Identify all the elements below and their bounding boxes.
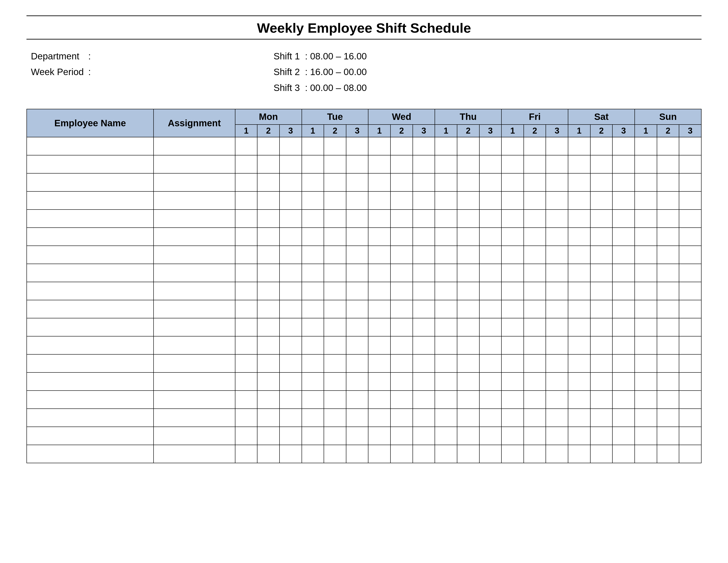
cell-shift[interactable] — [302, 282, 324, 300]
cell-shift[interactable] — [302, 427, 324, 445]
cell-shift[interactable] — [479, 391, 502, 409]
cell-shift[interactable] — [390, 137, 413, 155]
cell-shift[interactable] — [524, 373, 546, 391]
cell-shift[interactable] — [346, 409, 368, 427]
cell-shift[interactable] — [524, 246, 546, 264]
cell-shift[interactable] — [368, 427, 390, 445]
cell-shift[interactable] — [346, 264, 368, 282]
cell-shift[interactable] — [368, 391, 390, 409]
cell-employee-name[interactable] — [27, 354, 154, 373]
cell-shift[interactable] — [257, 300, 280, 318]
cell-shift[interactable] — [324, 445, 346, 463]
cell-shift[interactable] — [479, 409, 502, 427]
cell-shift[interactable] — [413, 155, 435, 173]
cell-shift[interactable] — [568, 246, 590, 264]
cell-shift[interactable] — [657, 373, 679, 391]
cell-shift[interactable] — [657, 391, 679, 409]
cell-assignment[interactable] — [154, 209, 235, 227]
cell-assignment[interactable] — [154, 427, 235, 445]
cell-shift[interactable] — [679, 354, 701, 373]
cell-shift[interactable] — [235, 246, 257, 264]
cell-shift[interactable] — [257, 264, 280, 282]
cell-shift[interactable] — [679, 336, 701, 354]
cell-shift[interactable] — [679, 282, 701, 300]
cell-shift[interactable] — [324, 336, 346, 354]
cell-shift[interactable] — [501, 246, 524, 264]
cell-shift[interactable] — [257, 137, 280, 155]
cell-shift[interactable] — [657, 354, 679, 373]
cell-shift[interactable] — [546, 336, 568, 354]
cell-shift[interactable] — [235, 318, 257, 336]
cell-shift[interactable] — [235, 264, 257, 282]
cell-shift[interactable] — [457, 300, 479, 318]
cell-shift[interactable] — [235, 137, 257, 155]
cell-shift[interactable] — [612, 373, 635, 391]
cell-shift[interactable] — [280, 445, 302, 463]
cell-shift[interactable] — [324, 427, 346, 445]
cell-shift[interactable] — [368, 137, 390, 155]
cell-employee-name[interactable] — [27, 209, 154, 227]
cell-shift[interactable] — [280, 354, 302, 373]
cell-shift[interactable] — [501, 318, 524, 336]
cell-shift[interactable] — [612, 354, 635, 373]
cell-shift[interactable] — [479, 354, 502, 373]
cell-shift[interactable] — [280, 246, 302, 264]
cell-shift[interactable] — [302, 336, 324, 354]
cell-assignment[interactable] — [154, 137, 235, 155]
cell-shift[interactable] — [657, 246, 679, 264]
cell-shift[interactable] — [368, 264, 390, 282]
cell-assignment[interactable] — [154, 318, 235, 336]
cell-shift[interactable] — [435, 264, 457, 282]
cell-shift[interactable] — [280, 391, 302, 409]
cell-shift[interactable] — [390, 445, 413, 463]
cell-shift[interactable] — [590, 373, 613, 391]
cell-shift[interactable] — [612, 264, 635, 282]
cell-shift[interactable] — [568, 227, 590, 246]
cell-shift[interactable] — [568, 300, 590, 318]
cell-shift[interactable] — [435, 427, 457, 445]
cell-shift[interactable] — [590, 282, 613, 300]
cell-shift[interactable] — [435, 227, 457, 246]
cell-shift[interactable] — [346, 354, 368, 373]
cell-shift[interactable] — [679, 318, 701, 336]
cell-shift[interactable] — [390, 391, 413, 409]
cell-shift[interactable] — [679, 300, 701, 318]
cell-shift[interactable] — [546, 137, 568, 155]
cell-employee-name[interactable] — [27, 336, 154, 354]
cell-shift[interactable] — [413, 391, 435, 409]
cell-assignment[interactable] — [154, 391, 235, 409]
cell-shift[interactable] — [612, 209, 635, 227]
cell-shift[interactable] — [501, 227, 524, 246]
cell-shift[interactable] — [413, 318, 435, 336]
cell-shift[interactable] — [679, 264, 701, 282]
cell-shift[interactable] — [635, 227, 657, 246]
cell-assignment[interactable] — [154, 409, 235, 427]
cell-shift[interactable] — [635, 318, 657, 336]
cell-shift[interactable] — [501, 427, 524, 445]
cell-shift[interactable] — [501, 300, 524, 318]
cell-shift[interactable] — [568, 155, 590, 173]
cell-shift[interactable] — [546, 300, 568, 318]
cell-shift[interactable] — [435, 354, 457, 373]
cell-shift[interactable] — [546, 264, 568, 282]
cell-shift[interactable] — [568, 409, 590, 427]
cell-shift[interactable] — [302, 373, 324, 391]
cell-shift[interactable] — [457, 155, 479, 173]
cell-shift[interactable] — [435, 246, 457, 264]
cell-shift[interactable] — [324, 173, 346, 191]
cell-shift[interactable] — [390, 173, 413, 191]
cell-shift[interactable] — [302, 137, 324, 155]
cell-shift[interactable] — [524, 191, 546, 209]
cell-assignment[interactable] — [154, 300, 235, 318]
cell-shift[interactable] — [280, 409, 302, 427]
cell-shift[interactable] — [524, 282, 546, 300]
cell-shift[interactable] — [635, 246, 657, 264]
cell-shift[interactable] — [635, 282, 657, 300]
cell-shift[interactable] — [280, 318, 302, 336]
cell-shift[interactable] — [413, 246, 435, 264]
cell-shift[interactable] — [324, 137, 346, 155]
cell-shift[interactable] — [435, 173, 457, 191]
cell-shift[interactable] — [635, 191, 657, 209]
cell-shift[interactable] — [612, 427, 635, 445]
cell-assignment[interactable] — [154, 264, 235, 282]
